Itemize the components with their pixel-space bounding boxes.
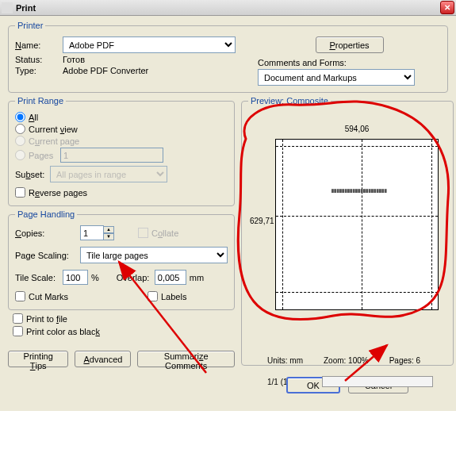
page-handling-group: Page Handling Copies: ▲▼ Collate Page Sc…: [8, 209, 235, 310]
reverse-pages-check[interactable]: [15, 187, 25, 198]
labels-label: Labels: [161, 292, 186, 301]
type-label: Type:: [15, 66, 63, 75]
subset-label: Subset:: [15, 170, 50, 179]
range-all-radio[interactable]: [15, 112, 25, 122]
overlap-label: Overlap:: [117, 273, 155, 282]
preview-area: 594,06 629,71 █████████████████████: [248, 113, 446, 351]
copies-input[interactable]: [80, 225, 104, 240]
handling-legend: Page Handling: [15, 209, 77, 219]
labels-check[interactable]: [148, 291, 158, 301]
printer-legend: Printer: [15, 21, 45, 30]
preview-slider[interactable]: [322, 376, 433, 387]
print-to-file-check[interactable]: [13, 313, 23, 324]
print-black-check[interactable]: [13, 326, 23, 336]
overlap-input[interactable]: [155, 270, 186, 285]
subset-select: All pages in range: [50, 166, 167, 182]
printer-name-select[interactable]: Adobe PDF: [63, 36, 236, 53]
app-icon: [2, 2, 13, 13]
range-legend: Print Range: [15, 96, 66, 106]
page-scaling-select[interactable]: Tile large pages: [80, 247, 228, 263]
tilescale-input[interactable]: [63, 270, 88, 285]
range-pages-radio: [15, 150, 25, 160]
window-title: Print: [16, 3, 36, 13]
range-currentpage-radio: [15, 136, 25, 146]
close-icon: ✕: [444, 3, 450, 12]
collate-check: [138, 228, 148, 238]
range-currentview-label: Current view: [29, 125, 78, 134]
overlap-unit: mm: [190, 273, 204, 282]
preview-units: Units: mm: [267, 356, 303, 365]
summarize-button[interactable]: Summarize Comments: [137, 351, 235, 367]
status-value: Готов: [63, 55, 85, 64]
preview-width: 594,06: [275, 125, 439, 133]
range-pages-input: [60, 148, 163, 163]
printer-group: Printer Name: Adobe PDF Status: Готов Ty…: [8, 21, 448, 93]
print-to-file-label: Print to file: [26, 314, 67, 324]
tilescale-pct: %: [91, 273, 99, 282]
range-currentview-radio[interactable]: [15, 124, 25, 134]
reverse-pages-label: Reverse pages: [29, 188, 87, 198]
dialog-body: Printer Name: Adobe PDF Status: Готов Ty…: [0, 16, 456, 411]
preview-group: Preview: Composite 594,06 629,71 ███████…: [241, 96, 454, 366]
printing-tips-button[interactable]: Printing Tips: [8, 351, 68, 367]
close-button[interactable]: ✕: [440, 1, 454, 14]
preview-document-text: █████████████████████: [331, 189, 387, 193]
titlebar: Print ✕: [0, 0, 456, 16]
preview-page: █████████████████████: [275, 139, 439, 310]
copies-spinner[interactable]: ▲▼: [103, 226, 114, 240]
copies-label: Copies:: [15, 228, 80, 238]
status-label: Status:: [15, 55, 63, 64]
scaling-label: Page Scaling:: [15, 251, 80, 260]
comments-label: Comments and Forms:: [258, 58, 441, 67]
print-range-group: Print Range All Current view Current pag…: [8, 96, 235, 206]
properties-button[interactable]: Properties: [316, 36, 384, 53]
comments-select[interactable]: Document and Markups: [258, 69, 415, 86]
preview-zoom: Zoom: 100%: [324, 356, 369, 365]
type-value: Adobe PDF Converter: [63, 66, 148, 75]
advanced-button[interactable]: Advanced: [75, 351, 131, 367]
cutmarks-label: Cut Marks: [29, 292, 148, 301]
range-all-label: All: [29, 113, 38, 122]
cutmarks-check[interactable]: [15, 291, 25, 301]
preview-legend: Preview: Composite: [248, 96, 331, 106]
preview-height: 629,71: [250, 217, 274, 225]
print-black-label: Print color as black: [26, 327, 100, 336]
range-pages-label: Pages: [29, 151, 60, 160]
name-label: Name:: [15, 40, 63, 50]
tilescale-label: Tile Scale:: [15, 273, 63, 282]
range-currentpage-label: Current page: [29, 136, 79, 146]
preview-pages: Pages: 6: [389, 356, 420, 365]
collate-label: Collate: [151, 228, 178, 238]
